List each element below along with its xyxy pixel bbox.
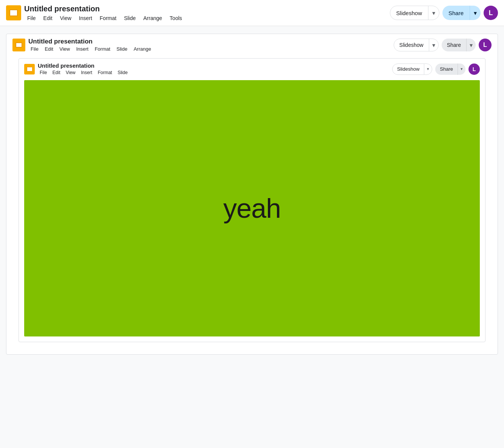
menu-format-row1[interactable]: Format xyxy=(97,14,119,22)
slideshow-arrow-row2[interactable]: ▾ xyxy=(429,39,438,51)
title-block-row3: Untitled presentation File Edit View Ins… xyxy=(38,62,389,76)
menu-insert-row1[interactable]: Insert xyxy=(76,14,95,22)
menu-insert-row2[interactable]: Insert xyxy=(74,46,91,52)
app-logo-row1 xyxy=(6,5,21,20)
avatar-row2[interactable]: L xyxy=(479,39,492,51)
doc-title-row2[interactable]: Untitled presentation xyxy=(28,38,391,45)
menu-arrange-row2[interactable]: Arrange xyxy=(131,46,153,52)
app-logo-row3 xyxy=(24,64,35,74)
right-controls-row1: Slideshow ▾ Share ▾ L xyxy=(390,6,498,20)
top-bar-row3: Untitled presentation File Edit View Ins… xyxy=(24,62,480,76)
menu-tools-row1[interactable]: Tools xyxy=(167,14,185,22)
share-label-row1[interactable]: Share xyxy=(442,6,470,20)
slideshow-arrow-row3[interactable]: ▾ xyxy=(424,64,432,74)
menu-bar-row3: File Edit View Insert Format Slide xyxy=(38,69,389,76)
app-logo-icon-row3 xyxy=(27,67,32,71)
slideshow-button-row3[interactable]: Slideshow ▾ xyxy=(392,64,432,75)
avatar-row1[interactable]: L xyxy=(484,6,498,20)
menu-bar-row2: File Edit View Insert Format Slide Arran… xyxy=(28,45,391,52)
slideshow-button-row2[interactable]: Slideshow ▾ xyxy=(394,39,439,51)
frame1: Untitled presentation File Edit View Ins… xyxy=(6,34,498,355)
avatar-row3[interactable]: L xyxy=(468,64,480,75)
share-arrow-row1[interactable]: ▾ xyxy=(470,6,481,20)
share-label-row2[interactable]: Share xyxy=(442,39,467,51)
frame2: Untitled presentation File Edit View Ins… xyxy=(19,58,485,342)
menu-edit-row2[interactable]: Edit xyxy=(42,46,55,52)
top-bar-row2: Untitled presentation File Edit View Ins… xyxy=(12,38,492,52)
menu-edit-row1[interactable]: Edit xyxy=(40,14,56,22)
app-logo-icon-row2 xyxy=(15,42,22,48)
doc-title-row1[interactable]: Untitled presentation xyxy=(24,4,387,14)
top-bar-row1: Untitled presentation File Edit View Ins… xyxy=(0,0,504,26)
slideshow-label-row1[interactable]: Slideshow xyxy=(390,6,428,20)
share-arrow-row3[interactable]: ▾ xyxy=(458,64,465,75)
menu-arrange-row1[interactable]: Arrange xyxy=(140,14,165,22)
app-logo-row2 xyxy=(12,39,25,51)
menu-format-row2[interactable]: Format xyxy=(93,46,113,52)
menu-view-row1[interactable]: View xyxy=(57,14,74,22)
share-arrow-row2[interactable]: ▾ xyxy=(467,39,476,51)
slideshow-button-row1[interactable]: Slideshow ▾ xyxy=(390,6,439,20)
menu-format-row3[interactable]: Format xyxy=(96,70,114,76)
slideshow-label-row3[interactable]: Slideshow xyxy=(393,64,424,74)
menu-insert-row3[interactable]: Insert xyxy=(79,70,94,76)
menu-slide-row3[interactable]: Slide xyxy=(116,70,130,76)
slideshow-arrow-row1[interactable]: ▾ xyxy=(428,6,439,20)
menu-view-row2[interactable]: View xyxy=(57,46,72,52)
right-controls-row3: Slideshow ▾ Share ▾ L xyxy=(392,64,480,75)
app-logo-icon-row1 xyxy=(9,9,18,16)
share-button-row1[interactable]: Share ▾ xyxy=(442,6,481,20)
share-button-row2[interactable]: Share ▾ xyxy=(442,39,476,51)
doc-title-row3[interactable]: Untitled presentation xyxy=(38,62,389,69)
menu-bar-row1: File Edit View Insert Format Slide Arran… xyxy=(24,14,387,22)
slide-content-text: yeah xyxy=(223,193,281,224)
menu-file-row3[interactable]: File xyxy=(38,70,49,76)
menu-slide-row1[interactable]: Slide xyxy=(121,14,139,22)
menu-view-row3[interactable]: View xyxy=(64,70,77,76)
menu-file-row1[interactable]: File xyxy=(24,14,39,22)
share-label-row3[interactable]: Share xyxy=(435,64,458,75)
share-button-row3[interactable]: Share ▾ xyxy=(435,64,465,75)
menu-edit-row3[interactable]: Edit xyxy=(51,70,62,76)
slideshow-label-row2[interactable]: Slideshow xyxy=(394,39,429,51)
menu-file-row2[interactable]: File xyxy=(28,46,41,52)
title-block-row2: Untitled presentation File Edit View Ins… xyxy=(28,38,391,52)
title-block-row1: Untitled presentation File Edit View Ins… xyxy=(24,4,387,22)
menu-slide-row2[interactable]: Slide xyxy=(114,46,130,52)
right-controls-row2: Slideshow ▾ Share ▾ L xyxy=(394,39,492,51)
slide-canvas: yeah xyxy=(24,80,480,336)
